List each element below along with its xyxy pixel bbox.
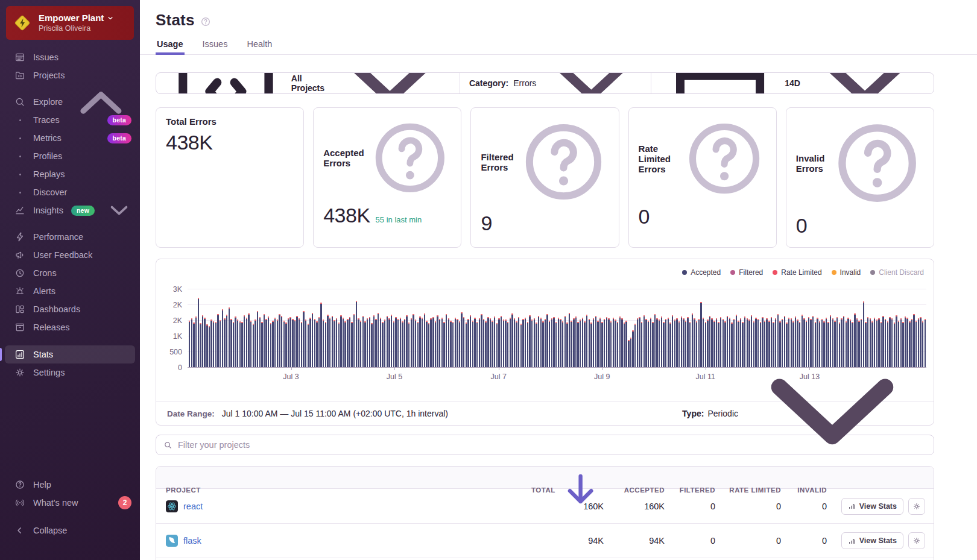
chart-bar bbox=[312, 313, 313, 367]
chart-bar bbox=[527, 322, 528, 367]
chart-bar bbox=[624, 322, 625, 367]
help-icon[interactable] bbox=[830, 116, 924, 210]
col-project[interactable]: PROJECT bbox=[156, 486, 531, 494]
sidebar-item-traces[interactable]: Traces beta bbox=[0, 111, 140, 129]
chart-bar bbox=[555, 322, 557, 367]
chart-bar bbox=[323, 319, 324, 367]
chart-bar bbox=[501, 316, 502, 367]
chart-bar bbox=[474, 318, 475, 367]
chart-bar bbox=[343, 318, 344, 367]
chart-bar bbox=[590, 322, 592, 367]
chart-bar bbox=[575, 316, 577, 367]
project-link[interactable]: react bbox=[183, 502, 203, 511]
sidebar-item-whats-new[interactable]: What's new 2 bbox=[0, 494, 140, 512]
help-icon[interactable] bbox=[368, 116, 452, 200]
sidebar-item-help[interactable]: Help bbox=[0, 476, 140, 494]
page-help-icon[interactable] bbox=[200, 16, 211, 27]
col-accepted[interactable]: ACCEPTED bbox=[604, 486, 665, 494]
sidebar: Empower Plant Priscila Oliveira Issues P… bbox=[0, 0, 140, 560]
chart-bar bbox=[630, 338, 631, 367]
dashboard-grid-icon bbox=[14, 304, 25, 315]
gear-icon bbox=[912, 536, 921, 545]
sidebar-item-stats[interactable]: Stats bbox=[5, 345, 135, 363]
chart-bar bbox=[351, 322, 352, 367]
chart-bar bbox=[538, 316, 539, 367]
org-switcher[interactable]: Empower Plant Priscila Oliveira bbox=[6, 6, 134, 40]
sidebar-item-replays[interactable]: Replays bbox=[0, 165, 140, 183]
sidebar-item-explore[interactable]: Explore bbox=[0, 93, 140, 111]
sidebar-item-crons[interactable]: Crons bbox=[0, 264, 140, 282]
chart-bar bbox=[364, 321, 365, 367]
chart-bar bbox=[549, 321, 550, 367]
sidebar-item-settings[interactable]: Settings bbox=[0, 363, 140, 382]
sidebar-item-dashboards[interactable]: Dashboards bbox=[0, 300, 140, 318]
help-icon[interactable] bbox=[682, 116, 767, 201]
y-axis-label: 0 bbox=[158, 363, 182, 372]
sidebar-item-issues[interactable]: Issues bbox=[0, 48, 140, 66]
sidebar-item-alerts[interactable]: Alerts bbox=[0, 282, 140, 300]
chart-bar bbox=[244, 315, 245, 367]
chart-bar bbox=[378, 313, 379, 367]
legend-rate-limited[interactable]: Rate Limited bbox=[773, 268, 821, 277]
date-range-label: Date Range: bbox=[167, 409, 215, 418]
chart-bar bbox=[217, 314, 218, 367]
project-filter-dropdown[interactable]: All Projects bbox=[156, 73, 460, 93]
project-settings-button[interactable] bbox=[908, 532, 925, 549]
chart-bar bbox=[604, 319, 605, 367]
beta-badge: beta bbox=[107, 133, 131, 143]
chart-bar bbox=[417, 322, 419, 367]
view-stats-button[interactable]: View Stats bbox=[841, 532, 903, 549]
chart-bar bbox=[371, 323, 372, 367]
tab-health[interactable]: Health bbox=[245, 37, 273, 55]
chart-bar bbox=[373, 315, 375, 367]
rate-limited-errors-value: 0 bbox=[639, 205, 650, 228]
chart-bar bbox=[569, 313, 570, 367]
chart-bar bbox=[388, 318, 390, 367]
bullet-icon bbox=[14, 119, 25, 121]
chevron-left-icon bbox=[14, 525, 25, 536]
chart-bar bbox=[432, 317, 434, 367]
line-chart-icon bbox=[14, 205, 25, 216]
sidebar-item-user-feedback[interactable]: User Feedback bbox=[0, 246, 140, 264]
chart-bar bbox=[281, 316, 282, 367]
sidebar-item-metrics[interactable]: Metrics beta bbox=[0, 129, 140, 147]
sidebar-item-profiles[interactable]: Profiles bbox=[0, 147, 140, 165]
search-icon bbox=[163, 441, 172, 450]
sidebar-collapse-button[interactable]: Collapse bbox=[0, 521, 140, 540]
chart-bar bbox=[265, 319, 267, 367]
chart-bar bbox=[318, 317, 320, 367]
chart-bar bbox=[589, 319, 590, 367]
chevron-down-icon bbox=[107, 14, 114, 22]
chart-bar bbox=[617, 322, 618, 367]
tab-issues[interactable]: Issues bbox=[201, 37, 229, 55]
legend-invalid[interactable]: Invalid bbox=[832, 268, 861, 277]
category-filter-dropdown[interactable]: Category: Errors bbox=[460, 73, 651, 93]
chart-bar bbox=[375, 319, 376, 367]
tab-usage[interactable]: Usage bbox=[156, 37, 185, 55]
chart-bar bbox=[237, 319, 238, 367]
legend-filtered[interactable]: Filtered bbox=[730, 268, 763, 277]
chart-bar bbox=[224, 318, 225, 367]
sidebar-item-releases[interactable]: Releases bbox=[0, 318, 140, 336]
chart-bar bbox=[430, 318, 431, 367]
sidebar-item-performance[interactable]: Performance bbox=[0, 228, 140, 246]
chart-bar bbox=[511, 313, 513, 367]
legend-accepted[interactable]: Accepted bbox=[682, 268, 721, 277]
chart-bar bbox=[400, 318, 401, 367]
chart-type-dropdown[interactable]: Type: Periodic bbox=[682, 323, 923, 504]
chart-bar bbox=[536, 322, 537, 367]
legend-client-discard[interactable]: Client Discard bbox=[870, 268, 924, 277]
card-invalid-errors: Invalid Errors 0 bbox=[786, 107, 934, 248]
stat-cards: Total Errors 438K Accepted Errors 438K 5… bbox=[156, 107, 934, 248]
usage-chart-card: Accepted Filtered Rate Limited Invalid C… bbox=[156, 259, 934, 426]
sidebar-item-insights[interactable]: Insights new bbox=[0, 201, 140, 219]
chart-bar bbox=[279, 314, 280, 367]
help-icon[interactable] bbox=[518, 116, 609, 207]
chart-bar bbox=[615, 319, 616, 367]
chart-bar bbox=[435, 321, 436, 367]
accepted-last-min: 55 in last min bbox=[376, 215, 422, 224]
date-period-dropdown[interactable]: 14D bbox=[651, 73, 934, 93]
chart-bar bbox=[353, 314, 355, 367]
chart-bar bbox=[395, 317, 396, 367]
project-link[interactable]: flask bbox=[183, 536, 201, 546]
